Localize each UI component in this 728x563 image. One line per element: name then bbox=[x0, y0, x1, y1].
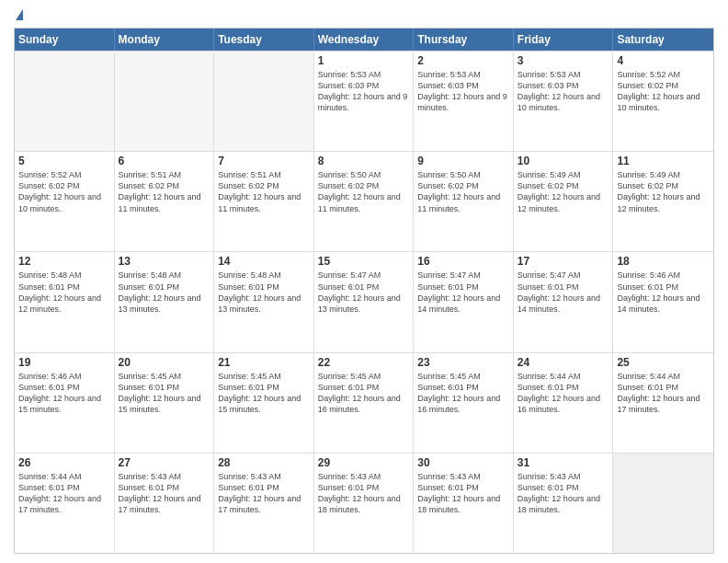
weekday-header: Tuesday bbox=[214, 29, 314, 51]
day-number: 12 bbox=[18, 255, 110, 268]
cell-info: Sunrise: 5:43 AM Sunset: 6:01 PM Dayligh… bbox=[318, 471, 410, 516]
cell-info: Sunrise: 5:43 AM Sunset: 6:01 PM Dayligh… bbox=[218, 471, 310, 516]
calendar-cell: 19Sunrise: 5:46 AM Sunset: 6:01 PM Dayli… bbox=[15, 353, 115, 453]
cell-info: Sunrise: 5:43 AM Sunset: 6:01 PM Dayligh… bbox=[518, 471, 609, 516]
cell-info: Sunrise: 5:44 AM Sunset: 6:01 PM Dayligh… bbox=[18, 471, 110, 516]
weekday-header: Thursday bbox=[414, 29, 514, 51]
day-number: 17 bbox=[518, 255, 609, 268]
weekday-header: Wednesday bbox=[314, 29, 415, 51]
cell-info: Sunrise: 5:46 AM Sunset: 6:01 PM Dayligh… bbox=[18, 371, 110, 416]
calendar-cell bbox=[214, 52, 314, 151]
day-number: 9 bbox=[417, 155, 509, 167]
calendar-cell: 18Sunrise: 5:46 AM Sunset: 6:01 PM Dayli… bbox=[613, 252, 713, 351]
cell-info: Sunrise: 5:48 AM Sunset: 6:01 PM Dayligh… bbox=[18, 270, 110, 315]
calendar-cell: 25Sunrise: 5:44 AM Sunset: 6:01 PM Dayli… bbox=[613, 353, 713, 453]
weekday-header: Friday bbox=[514, 29, 614, 51]
day-number: 21 bbox=[218, 356, 310, 369]
day-number: 13 bbox=[119, 255, 210, 268]
logo-icon bbox=[16, 9, 23, 20]
calendar-cell: 31Sunrise: 5:43 AM Sunset: 6:01 PM Dayli… bbox=[514, 454, 614, 553]
weekday-header: Sunday bbox=[15, 29, 115, 51]
calendar-header: SundayMondayTuesdayWednesdayThursdayFrid… bbox=[15, 29, 713, 51]
cell-info: Sunrise: 5:47 AM Sunset: 6:01 PM Dayligh… bbox=[417, 270, 509, 315]
day-number: 10 bbox=[518, 155, 609, 167]
day-number: 19 bbox=[18, 356, 110, 369]
calendar-cell: 22Sunrise: 5:45 AM Sunset: 6:01 PM Dayli… bbox=[314, 353, 415, 453]
cell-info: Sunrise: 5:43 AM Sunset: 6:01 PM Dayligh… bbox=[417, 471, 509, 516]
calendar-cell: 16Sunrise: 5:47 AM Sunset: 6:01 PM Dayli… bbox=[414, 252, 514, 351]
cell-info: Sunrise: 5:47 AM Sunset: 6:01 PM Dayligh… bbox=[518, 270, 609, 315]
calendar-cell: 28Sunrise: 5:43 AM Sunset: 6:01 PM Dayli… bbox=[214, 454, 314, 553]
day-number: 30 bbox=[417, 456, 509, 469]
cell-info: Sunrise: 5:45 AM Sunset: 6:01 PM Dayligh… bbox=[218, 371, 310, 416]
calendar-row: 1Sunrise: 5:53 AM Sunset: 6:03 PM Daylig… bbox=[15, 51, 713, 151]
calendar-cell: 2Sunrise: 5:53 AM Sunset: 6:03 PM Daylig… bbox=[414, 52, 514, 151]
calendar-cell: 21Sunrise: 5:45 AM Sunset: 6:01 PM Dayli… bbox=[214, 353, 314, 453]
calendar-cell: 23Sunrise: 5:45 AM Sunset: 6:01 PM Dayli… bbox=[414, 353, 514, 453]
day-number: 14 bbox=[218, 255, 310, 268]
cell-info: Sunrise: 5:48 AM Sunset: 6:01 PM Dayligh… bbox=[119, 270, 210, 315]
calendar-cell: 1Sunrise: 5:53 AM Sunset: 6:03 PM Daylig… bbox=[314, 52, 415, 151]
cell-info: Sunrise: 5:53 AM Sunset: 6:03 PM Dayligh… bbox=[518, 69, 609, 114]
calendar-cell: 8Sunrise: 5:50 AM Sunset: 6:02 PM Daylig… bbox=[314, 152, 415, 251]
calendar-cell: 27Sunrise: 5:43 AM Sunset: 6:01 PM Dayli… bbox=[115, 454, 215, 553]
calendar-cell: 9Sunrise: 5:50 AM Sunset: 6:02 PM Daylig… bbox=[414, 152, 514, 251]
day-number: 15 bbox=[318, 255, 410, 268]
cell-info: Sunrise: 5:52 AM Sunset: 6:02 PM Dayligh… bbox=[18, 169, 110, 214]
cell-info: Sunrise: 5:53 AM Sunset: 6:03 PM Dayligh… bbox=[318, 69, 410, 114]
calendar-cell: 11Sunrise: 5:49 AM Sunset: 6:02 PM Dayli… bbox=[613, 152, 713, 251]
weekday-header: Monday bbox=[115, 29, 215, 51]
calendar-cell: 13Sunrise: 5:48 AM Sunset: 6:01 PM Dayli… bbox=[115, 252, 215, 351]
day-number: 27 bbox=[119, 456, 210, 469]
calendar-cell: 10Sunrise: 5:49 AM Sunset: 6:02 PM Dayli… bbox=[514, 152, 614, 251]
weekday-header: Saturday bbox=[613, 29, 713, 51]
day-number: 4 bbox=[617, 54, 710, 67]
logo bbox=[14, 9, 23, 22]
day-number: 11 bbox=[617, 155, 710, 167]
calendar-cell bbox=[115, 52, 215, 151]
calendar-cell: 3Sunrise: 5:53 AM Sunset: 6:03 PM Daylig… bbox=[514, 52, 614, 151]
cell-info: Sunrise: 5:50 AM Sunset: 6:02 PM Dayligh… bbox=[318, 169, 410, 214]
cell-info: Sunrise: 5:46 AM Sunset: 6:01 PM Dayligh… bbox=[617, 270, 710, 315]
cell-info: Sunrise: 5:49 AM Sunset: 6:02 PM Dayligh… bbox=[617, 169, 710, 214]
calendar-body: 1Sunrise: 5:53 AM Sunset: 6:03 PM Daylig… bbox=[15, 51, 713, 553]
day-number: 22 bbox=[318, 356, 410, 369]
calendar-row: 19Sunrise: 5:46 AM Sunset: 6:01 PM Dayli… bbox=[15, 352, 713, 453]
calendar-cell: 26Sunrise: 5:44 AM Sunset: 6:01 PM Dayli… bbox=[15, 454, 115, 553]
cell-info: Sunrise: 5:45 AM Sunset: 6:01 PM Dayligh… bbox=[417, 371, 509, 416]
day-number: 1 bbox=[318, 54, 410, 67]
calendar-row: 26Sunrise: 5:44 AM Sunset: 6:01 PM Dayli… bbox=[15, 453, 713, 553]
cell-info: Sunrise: 5:45 AM Sunset: 6:01 PM Dayligh… bbox=[119, 371, 210, 416]
day-number: 29 bbox=[318, 456, 410, 469]
calendar-cell: 17Sunrise: 5:47 AM Sunset: 6:01 PM Dayli… bbox=[514, 252, 614, 351]
calendar-row: 12Sunrise: 5:48 AM Sunset: 6:01 PM Dayli… bbox=[15, 251, 713, 351]
calendar-cell: 24Sunrise: 5:44 AM Sunset: 6:01 PM Dayli… bbox=[514, 353, 614, 453]
calendar-cell: 4Sunrise: 5:52 AM Sunset: 6:02 PM Daylig… bbox=[613, 52, 713, 151]
cell-info: Sunrise: 5:44 AM Sunset: 6:01 PM Dayligh… bbox=[518, 371, 609, 416]
day-number: 24 bbox=[518, 356, 609, 369]
header bbox=[14, 9, 714, 22]
day-number: 7 bbox=[218, 155, 310, 167]
day-number: 2 bbox=[417, 54, 509, 67]
calendar: SundayMondayTuesdayWednesdayThursdayFrid… bbox=[14, 28, 714, 554]
day-number: 16 bbox=[417, 255, 509, 268]
cell-info: Sunrise: 5:50 AM Sunset: 6:02 PM Dayligh… bbox=[417, 169, 509, 214]
day-number: 31 bbox=[518, 456, 609, 469]
day-number: 20 bbox=[119, 356, 210, 369]
cell-info: Sunrise: 5:43 AM Sunset: 6:01 PM Dayligh… bbox=[119, 471, 210, 516]
calendar-cell: 14Sunrise: 5:48 AM Sunset: 6:01 PM Dayli… bbox=[214, 252, 314, 351]
day-number: 26 bbox=[18, 456, 110, 469]
calendar-cell: 30Sunrise: 5:43 AM Sunset: 6:01 PM Dayli… bbox=[414, 454, 514, 553]
calendar-cell bbox=[15, 52, 115, 151]
cell-info: Sunrise: 5:51 AM Sunset: 6:02 PM Dayligh… bbox=[119, 169, 210, 214]
cell-info: Sunrise: 5:48 AM Sunset: 6:01 PM Dayligh… bbox=[218, 270, 310, 315]
calendar-cell: 20Sunrise: 5:45 AM Sunset: 6:01 PM Dayli… bbox=[115, 353, 215, 453]
cell-info: Sunrise: 5:47 AM Sunset: 6:01 PM Dayligh… bbox=[318, 270, 410, 315]
cell-info: Sunrise: 5:53 AM Sunset: 6:03 PM Dayligh… bbox=[417, 69, 509, 114]
day-number: 6 bbox=[119, 155, 210, 167]
day-number: 5 bbox=[18, 155, 110, 167]
day-number: 8 bbox=[318, 155, 410, 167]
calendar-cell: 15Sunrise: 5:47 AM Sunset: 6:01 PM Dayli… bbox=[314, 252, 415, 351]
calendar-cell: 7Sunrise: 5:51 AM Sunset: 6:02 PM Daylig… bbox=[214, 152, 314, 251]
cell-info: Sunrise: 5:44 AM Sunset: 6:01 PM Dayligh… bbox=[617, 371, 710, 416]
